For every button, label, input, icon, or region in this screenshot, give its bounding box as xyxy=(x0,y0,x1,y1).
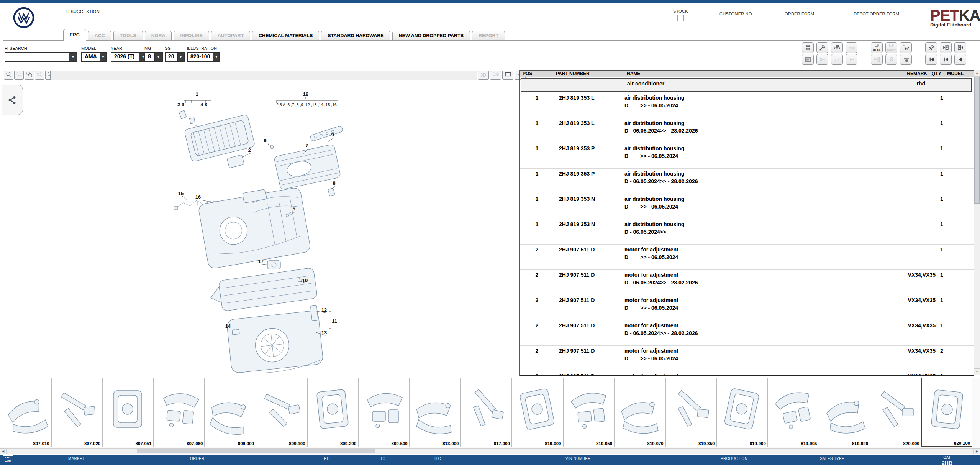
tab-infoline[interactable]: INFOLINE xyxy=(174,31,209,41)
cart-transfer-button[interactable] xyxy=(900,42,912,53)
illustration-thumbnail-809-500[interactable]: 809-500 xyxy=(358,378,410,447)
horizontal-scrollbar[interactable] xyxy=(6,448,974,454)
diagram-callout[interactable]: 6 xyxy=(264,138,266,143)
table-row[interactable]: 22HJ 907 511 Dmotor for adjustmentD >> -… xyxy=(520,245,974,270)
table-row[interactable]: 12HJ 819 353 Lair distribution housingD … xyxy=(520,93,974,118)
illustration-thumbnail-807-020[interactable]: 807-020 xyxy=(51,378,103,447)
illustration-thumbnail-819-905[interactable]: 819-905 xyxy=(768,378,819,447)
mg-select[interactable]: 8▼ xyxy=(144,52,163,62)
tab-standard-hardware[interactable]: STANDARD HARDWARE xyxy=(321,31,390,41)
tab-autopart[interactable]: AUTOPART xyxy=(211,31,250,41)
table-row[interactable]: 12HJ 819 353 Nair distribution housingD … xyxy=(520,219,974,245)
scroll-down-button[interactable]: ▼ xyxy=(974,368,980,375)
zoom-window-button[interactable] xyxy=(25,71,34,80)
parts-diagram[interactable]: 12 34 81826798151651710121113142,3 A ,6 … xyxy=(4,81,517,376)
diagram-callout[interactable]: 4 8 xyxy=(200,102,207,107)
chevron-down-icon[interactable]: ▼ xyxy=(69,53,77,61)
tab-nora[interactable]: NORA xyxy=(145,31,172,41)
year-select[interactable]: 2026 (T)▼ xyxy=(111,52,147,62)
illustration-thumbnail-819-070[interactable]: 819-070 xyxy=(614,378,665,447)
chevron-down-icon[interactable]: ▼ xyxy=(100,53,106,61)
scrollbar-thumb[interactable] xyxy=(137,449,375,453)
export-grid-button[interactable] xyxy=(490,71,501,80)
diagram-callout[interactable]: 5 xyxy=(292,206,295,212)
illustration-thumbnail-819-350[interactable]: 819-350 xyxy=(665,378,717,447)
resume-button[interactable] xyxy=(846,54,857,65)
illustration-thumbnail-809-100[interactable]: 809-100 xyxy=(256,378,307,447)
diagram-callout[interactable]: 14 xyxy=(225,323,231,329)
diagram-callout[interactable]: 16 xyxy=(195,194,201,200)
view-3d-button[interactable]: 3D xyxy=(478,71,489,80)
illustration-thumbnail-807-010[interactable]: 807-010 xyxy=(0,378,51,447)
depot-button[interactable]: DEPOT xyxy=(885,42,897,53)
stock-checkbox[interactable] xyxy=(677,15,684,21)
diagram-callout[interactable]: 7 xyxy=(305,143,308,148)
diagram-callout[interactable]: 12 xyxy=(321,307,327,313)
table-row[interactable]: 22HJ 907 511 Dmotor for adjustmentD - 06… xyxy=(520,270,974,295)
chevron-down-icon[interactable]: ▼ xyxy=(154,53,162,61)
scrollbar-thumb[interactable] xyxy=(974,77,980,204)
illustration-thumbnail-819-050[interactable]: 819-050 xyxy=(563,378,615,447)
tab-new-and-dropped-parts[interactable]: NEW AND DROPPED PARTS xyxy=(392,31,470,41)
scroll-up-button[interactable]: ▲ xyxy=(974,70,980,76)
key-button[interactable] xyxy=(816,54,828,65)
table-row[interactable]: 22HJ 907 511 Dmotor for adjustmentD >> -… xyxy=(520,295,974,320)
print-button[interactable] xyxy=(802,42,814,53)
chevron-down-icon[interactable]: ▼ xyxy=(177,53,184,61)
illustration-thumbnail-809-000[interactable]: 809-000 xyxy=(205,378,256,447)
illustration-thumbnail-817-000[interactable]: 817-000 xyxy=(461,378,512,447)
split-view-button[interactable] xyxy=(502,71,513,80)
diagram-callout[interactable]: 8 xyxy=(333,180,335,186)
zoom-out-button[interactable] xyxy=(14,71,24,80)
diagram-callout[interactable]: 15 xyxy=(178,191,184,196)
model-select[interactable]: AMA▼ xyxy=(81,52,107,62)
diagram-callout[interactable]: 11 xyxy=(332,318,337,324)
vehicle-data-button[interactable] xyxy=(816,42,828,53)
nav-back-button[interactable] xyxy=(954,54,966,65)
table-row[interactable]: 12HJ 819 353 Nair distribution housingD … xyxy=(520,194,974,219)
illustration-thumbnail-819-000[interactable]: 819-000 xyxy=(512,378,563,447)
scroll-right-button[interactable]: ▶ xyxy=(974,448,980,454)
diagram-callout[interactable]: 1 xyxy=(195,91,198,97)
scroll-left-button[interactable]: ◀ xyxy=(0,448,6,454)
zoom-in-button[interactable] xyxy=(4,71,13,80)
illustration-thumbnail-819-920[interactable]: 819-920 xyxy=(819,378,870,447)
table-row[interactable]: 12HJ 819 353 Lair distribution housingD … xyxy=(520,118,974,143)
elsa-documents-button[interactable] xyxy=(871,54,883,65)
zoom-100-button[interactable]: 100 xyxy=(35,71,44,80)
chevron-down-icon[interactable]: ▼ xyxy=(213,53,219,61)
illustration-thumbnail-820-100[interactable]: 820-100 xyxy=(921,378,973,447)
parts-list-button[interactable] xyxy=(802,54,814,65)
table-row[interactable]: 22HJ 907 511 Dmotor for adjustmentD - 06… xyxy=(520,371,974,376)
table-row[interactable]: 12HJ 819 353 Pair distribution housingD … xyxy=(520,169,974,194)
sg-select[interactable]: 20▼ xyxy=(165,52,185,62)
illustration-thumbnail-813-000[interactable]: 813-000 xyxy=(410,378,461,447)
search-binoculars-button[interactable] xyxy=(831,42,843,53)
illustration-search-input[interactable] xyxy=(50,71,477,80)
diagram-callout[interactable]: 2 3 xyxy=(177,102,184,107)
tab-epc[interactable]: EPC xyxy=(63,29,86,41)
nav-first-button[interactable] xyxy=(925,54,937,65)
tab-acc[interactable]: ACC xyxy=(88,31,111,41)
assistant-button[interactable] xyxy=(885,54,897,65)
illustration-thumbnail-820-000[interactable]: 820-000 xyxy=(870,378,921,447)
diagram-callout[interactable]: 18 xyxy=(303,91,308,97)
tab-report[interactable]: REPORT xyxy=(472,31,505,41)
elsa-button[interactable]: ELSA xyxy=(871,42,883,53)
table-row[interactable]: 22HJ 907 511 Dmotor for adjustmentD >> -… xyxy=(520,346,974,371)
help-contact-button[interactable]: ?@ xyxy=(846,42,857,53)
illustration-select[interactable]: 820-100▼ xyxy=(187,52,220,62)
tab-chemical-materials[interactable]: CHEMICAL MATERIALS xyxy=(252,31,319,41)
illustration-thumbnail-807-060[interactable]: 807-060 xyxy=(154,378,205,447)
illustration-thumbnail-807-051[interactable]: 807-051 xyxy=(102,378,154,447)
section-header-row[interactable]: air conditioner rhd xyxy=(521,78,972,92)
diagram-callout[interactable]: 9 xyxy=(331,132,334,138)
previous-document-button[interactable] xyxy=(940,42,952,53)
table-row[interactable]: 22HJ 907 511 Dmotor for adjustmentD - 06… xyxy=(520,320,974,346)
vertical-scrollbar[interactable] xyxy=(974,76,980,368)
diagram-callout[interactable]: 2 xyxy=(248,147,251,153)
pin-button[interactable] xyxy=(925,42,937,53)
diagram-callout[interactable]: 13 xyxy=(321,330,327,335)
nav-previous-button[interactable] xyxy=(940,54,952,65)
illustration-thumbnail-809-200[interactable]: 809-200 xyxy=(307,378,359,447)
